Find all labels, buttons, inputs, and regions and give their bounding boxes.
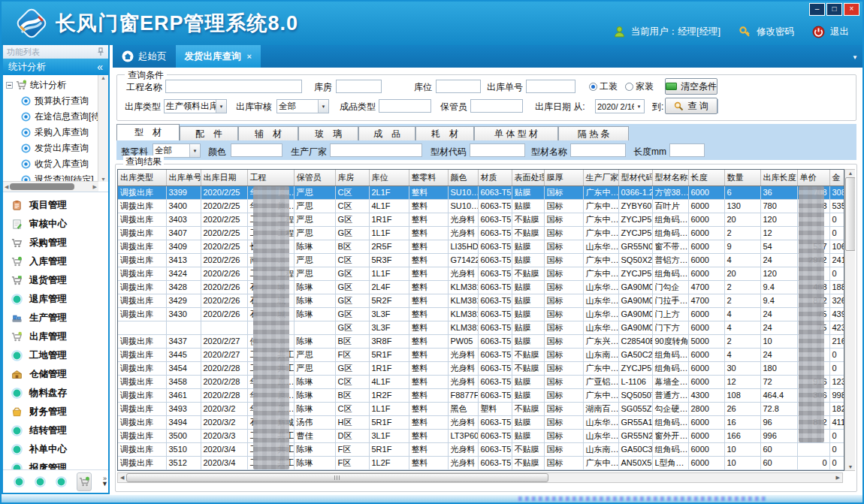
tree-root-statistics[interactable]: 统计分析 (6, 77, 98, 93)
change-password-link[interactable]: 修改密码 (757, 26, 794, 38)
out-type-combo[interactable]: 生产领料出库▼ (164, 99, 227, 113)
tab-close-icon[interactable]: × (247, 52, 252, 61)
column-header[interactable]: 出库类型 (118, 170, 166, 186)
sidebar-item-物料盘存[interactable]: 物料盘存 (3, 384, 108, 403)
dot-icon[interactable] (35, 476, 46, 487)
subtab-7[interactable]: 隔 热 条 (558, 126, 629, 140)
cart-toolbar-button[interactable] (77, 472, 92, 491)
subtab-3[interactable]: 玻 璃 (298, 126, 358, 140)
order-no-input[interactable] (526, 80, 575, 93)
table-row[interactable]: 调拨出库34452020/2/27工共工程严思F区5R1F整料光身料6063-T… (118, 348, 844, 361)
tree-item[interactable]: 采购入库查询 (6, 125, 98, 140)
column-header[interactable]: 膜厚 (544, 170, 583, 186)
column-header[interactable]: 出库单号 (166, 170, 201, 186)
project-name-input[interactable] (165, 80, 302, 93)
sidebar-item-财务管理[interactable]: 财务管理 (3, 403, 108, 421)
sidebar-item-入库管理[interactable]: 入库管理 (3, 252, 108, 271)
table-row[interactable]: 调拨出库34932020/3/2华原…陈琳C区1L1F整料黑色塑料不贴膜国标湖南… (118, 402, 844, 415)
collapse-icon[interactable]: « (97, 61, 103, 73)
table-row[interactable]: 调拨出库35122020/3/4工共工程陈琳F区1L2F整料光身料6063-T5… (118, 456, 844, 469)
clear-conditions-button[interactable]: 清空条件 (665, 78, 717, 95)
name-input[interactable] (570, 143, 626, 157)
column-header[interactable]: 出库长度 (760, 170, 797, 186)
table-row[interactable]: 调拨出库33992020/2/25华原…严思C区2L1F整料SU10…6063-… (118, 186, 844, 199)
location-input[interactable] (436, 80, 481, 93)
column-header[interactable]: 材质 (478, 170, 512, 186)
product-type-input[interactable] (379, 99, 431, 113)
sidebar-item-审核中心[interactable]: 审核中心 (3, 215, 108, 234)
table-row[interactable]: 调拨出库34002020/2/25华原…严思C区4L1F整料SU10…6063-… (118, 199, 844, 213)
column-header[interactable]: 长度 (688, 170, 724, 186)
expand-icon[interactable] (6, 82, 13, 89)
subtab-profile-active[interactable]: 型 材 (116, 124, 180, 140)
column-header[interactable]: 工程 (247, 170, 294, 186)
tree-vertical-scrollbar[interactable]: ▲▼ (98, 75, 108, 182)
length-input[interactable] (669, 143, 705, 157)
maker-input[interactable] (330, 143, 422, 157)
column-header[interactable]: 库房 (335, 170, 369, 186)
tree-item[interactable]: 预算执行查询 (6, 93, 98, 109)
sidebar-item-补单中心[interactable]: 补单中心 (3, 440, 108, 459)
overflow-chevron-icon[interactable]: »▼ (101, 476, 108, 487)
audit-combo[interactable]: 全部▼ (276, 99, 329, 113)
column-header[interactable]: 保管员 (294, 170, 335, 186)
column-header[interactable]: 单价 (797, 170, 829, 186)
tree-item[interactable]: 收货入库查询 (6, 156, 98, 172)
table-row[interactable]: 调拨出库34072020/2/25工工程严思G区1L1F整料光身料6063-T5… (118, 226, 844, 240)
subtab-1[interactable]: 配 件 (180, 126, 238, 140)
table-row[interactable]: 调拨出库34092020/2/25长…陈琳B区2R5F整料LI35HD6063-… (118, 240, 844, 253)
keeper-input[interactable] (470, 99, 523, 113)
table-row[interactable]: 调拨出库35002020/3/3工共工程曹佳D区3L1F整料LT3P606063… (118, 429, 844, 442)
tab-overflow-icon[interactable]: ▼ (852, 54, 858, 61)
tab-outbound-query[interactable]: 发货出库查询 × (176, 45, 261, 68)
table-row[interactable]: 调拨出库34612020/2/28华原…陈琳B区1R2F整料F8877FT606… (118, 388, 844, 402)
column-header[interactable]: 生产厂家 (583, 170, 618, 186)
sidebar-item-项目管理[interactable]: 项目管理 (3, 196, 108, 215)
radio-industrial[interactable]: 工装 (589, 80, 618, 93)
dot-icon[interactable] (14, 476, 25, 487)
subtab-5[interactable]: 耗 材 (415, 126, 474, 140)
sidebar-item-退货管理[interactable]: 退货管理 (3, 271, 108, 290)
table-row[interactable]: 调拨出库34292020/2/26石城陈琳G区5R2F整料KLM38176063… (118, 294, 844, 307)
sidebar-item-生产管理[interactable]: 生产管理 (3, 309, 108, 327)
column-header[interactable]: 表面处理 (512, 170, 544, 186)
tab-home[interactable]: 起始页 (113, 45, 176, 68)
maximize-button[interactable]: □ (826, 3, 842, 16)
column-header[interactable]: 整零料 (409, 170, 448, 186)
subtab-4[interactable]: 成 品 (358, 126, 415, 140)
subtab-2[interactable]: 辅 材 (238, 126, 298, 140)
color-input[interactable] (231, 143, 282, 157)
table-row[interactable]: G区3L3F整料KLM38176063-T5贴膜国标山东华…GA90M09…门下… (118, 321, 844, 334)
statistics-section-header[interactable]: 统计分析 « (3, 59, 108, 75)
tree-item[interactable]: 在途信息查询[待 (6, 109, 98, 125)
close-button[interactable]: × (844, 3, 859, 16)
column-header[interactable]: 库位 (369, 170, 409, 186)
table-row[interactable]: 调拨出库34372020/2/27佛…陈琳B区3R8F整料PW056063-T5… (118, 334, 844, 348)
sidebar-item-出库管理[interactable]: 出库管理 (3, 327, 108, 346)
dot-icon[interactable] (56, 476, 67, 487)
scrollbar-thumb[interactable] (845, 177, 855, 251)
sidebar-item-报废管理[interactable]: 报废管理 (3, 459, 108, 469)
table-row[interactable]: 调拨出库34132020/2/26南…严思C区5R3F整料G714226063-… (118, 253, 844, 267)
warehouse-input[interactable] (336, 80, 382, 93)
scrollbar-thumb[interactable] (126, 473, 548, 482)
radio-home[interactable]: 家装 (625, 80, 654, 93)
table-row[interactable]: 调拨出库34582020/2/28华原…陈琳C区4L1F整料光身料6063-T5… (118, 375, 844, 388)
sidebar-item-结转管理[interactable]: 结转管理 (3, 421, 108, 440)
sidebar-item-退库管理[interactable]: 退库管理 (3, 290, 108, 309)
table-row[interactable]: 调拨出库34942020/3/2石辉城汤伟H区5R1F整料光身料6063-T5贴… (118, 415, 844, 429)
column-header[interactable]: 型材名称 (652, 170, 688, 186)
code-input[interactable] (470, 143, 525, 157)
column-header[interactable]: 型材代码 (618, 170, 652, 186)
column-header[interactable]: 颜色 (448, 170, 478, 186)
date-from-picker[interactable]: 2020/ 2/16▼ (595, 99, 645, 113)
grid-vertical-scrollbar[interactable]: ▲ ▼ (844, 169, 855, 471)
table-row[interactable]: 调拨出库34282020/2/26石城陈琳G区2L4F整料KLM38176063… (118, 280, 844, 294)
tree-item[interactable]: 发货出库查询 (6, 140, 98, 156)
grid-horizontal-scrollbar[interactable]: ◀ ▶ (117, 472, 843, 483)
column-header[interactable]: 数量 (724, 170, 760, 186)
pin-icon[interactable] (97, 47, 104, 56)
sidebar-item-工地管理[interactable]: 工地管理 (3, 346, 108, 365)
table-row[interactable]: 调拨出库34242020/2/26工工程严思G区1L1F整料光身料6063-T5… (118, 267, 844, 280)
table-row[interactable]: 调拨出库35102020/3/4工共工程陈琳F区5R1F整料光身料6063-T5… (118, 442, 844, 456)
